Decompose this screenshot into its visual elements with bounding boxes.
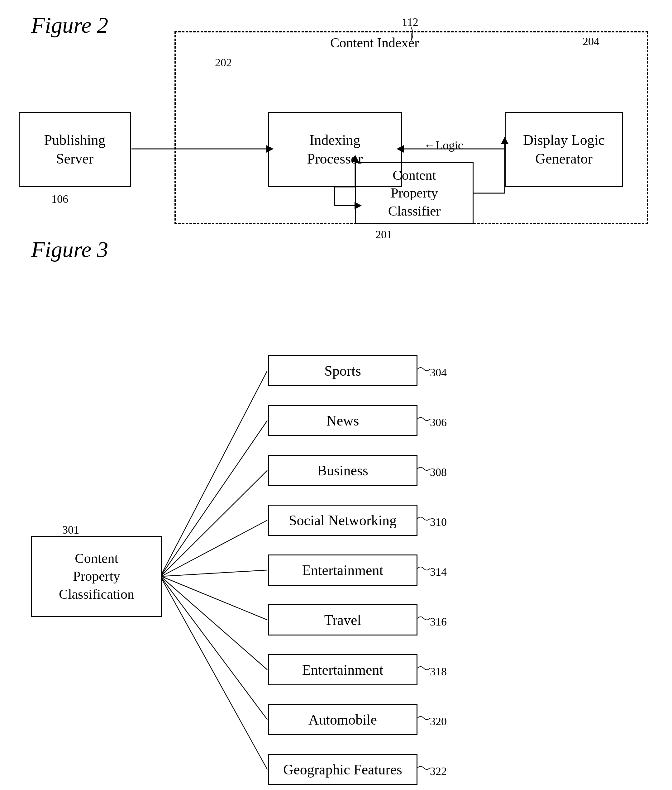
- ref-308: 308: [430, 466, 447, 479]
- svg-line-15: [162, 421, 267, 574]
- figure2-title: Figure 2: [31, 13, 108, 38]
- ref-322: 322: [430, 765, 447, 778]
- entertainment-label-2: Entertainment: [302, 662, 384, 678]
- ref-320: 320: [430, 715, 447, 728]
- publishing-server-box: Publishing Server: [19, 112, 131, 187]
- sports-label: Sports: [324, 363, 361, 379]
- business-label: Business: [317, 462, 368, 479]
- ref-202: 202: [215, 56, 232, 69]
- travel-label: Travel: [324, 612, 361, 628]
- svg-line-19: [162, 577, 267, 620]
- classifier-label: Content Property Classifier: [388, 166, 441, 220]
- publishing-server-label: Publishing Server: [44, 131, 106, 168]
- news-box: News: [268, 405, 418, 436]
- logic-label: ←Logic: [424, 138, 463, 152]
- svg-line-18: [162, 570, 267, 576]
- travel-box: Travel: [268, 604, 418, 635]
- wavy-ref-lines: [414, 343, 477, 779]
- news-label: News: [326, 413, 359, 429]
- geographic-features-label: Geographic Features: [283, 761, 402, 778]
- entertainment-box-1: Entertainment: [268, 555, 418, 586]
- ref-201: 201: [375, 228, 392, 241]
- automobile-box: Automobile: [268, 704, 418, 735]
- figure3-title: Figure 3: [31, 237, 108, 262]
- ref-106: 106: [51, 192, 68, 206]
- ref-301: 301: [62, 523, 79, 536]
- entertainment-box-2: Entertainment: [268, 654, 418, 685]
- entertainment-label-1: Entertainment: [302, 562, 384, 579]
- ref-318: 318: [430, 665, 447, 678]
- svg-line-21: [162, 579, 267, 720]
- svg-line-16: [162, 470, 267, 575]
- ref-310: 310: [430, 515, 447, 529]
- ref-314: 314: [430, 565, 447, 579]
- automobile-label: Automobile: [309, 712, 377, 728]
- cpc-label: Content Property Classification: [59, 550, 134, 603]
- sports-box: Sports: [268, 355, 418, 386]
- ref-316: 316: [430, 615, 447, 628]
- indexing-processor-label: Indexing Processor: [307, 131, 363, 168]
- geographic-features-box: Geographic Features: [268, 754, 418, 785]
- display-logic-generator-label: Display Logic Generator: [523, 131, 605, 168]
- svg-line-14: [162, 371, 267, 573]
- svg-line-17: [162, 520, 267, 576]
- content-indexer-label: Content Indexer: [330, 35, 419, 51]
- ref-112: 112: [402, 16, 418, 29]
- display-logic-generator-box: Display Logic Generator: [505, 112, 623, 187]
- classifier-box: Content Property Classifier: [355, 162, 474, 224]
- ref-304: 304: [430, 366, 447, 379]
- social-networking-box: Social Networking: [268, 505, 418, 536]
- svg-line-20: [162, 577, 267, 670]
- cpc-box: Content Property Classification: [31, 536, 162, 617]
- svg-line-22: [162, 579, 267, 769]
- ref-306: 306: [430, 416, 447, 429]
- ref-204: 204: [582, 35, 599, 48]
- social-networking-label: Social Networking: [289, 512, 397, 529]
- business-box: Business: [268, 455, 418, 486]
